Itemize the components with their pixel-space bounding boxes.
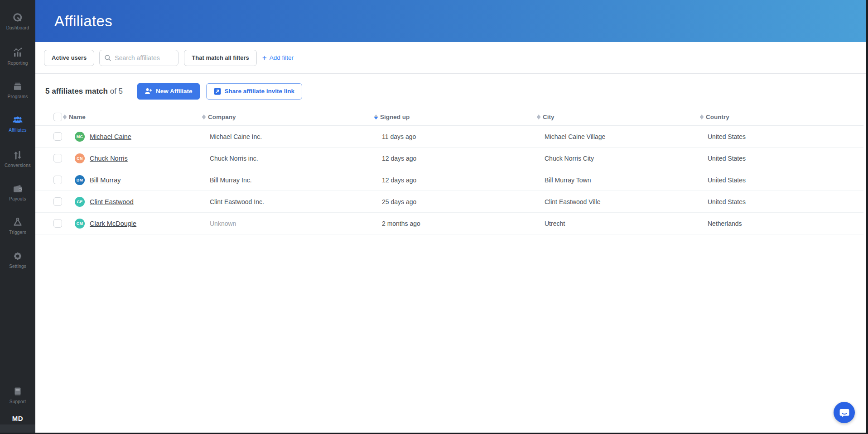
sidebar-item-label: Payouts bbox=[0, 196, 35, 201]
logo-icon bbox=[12, 12, 24, 24]
column-header-name[interactable]: Name bbox=[63, 114, 210, 120]
column-header-signed-up[interactable]: Signed up bbox=[374, 114, 545, 120]
sidebar-item-reporting[interactable]: Reporting bbox=[0, 47, 35, 66]
avatar: CM bbox=[75, 219, 85, 229]
city-cell: Utrecht bbox=[545, 220, 708, 227]
row-checkbox[interactable] bbox=[53, 132, 62, 141]
trigger-cycle-icon bbox=[12, 216, 24, 228]
sidebar-item-affiliates[interactable]: Affiliates bbox=[0, 114, 35, 133]
avatar: CE bbox=[75, 197, 85, 207]
signed-up-cell: 2 months ago bbox=[382, 220, 545, 227]
sidebar-item-programs[interactable]: Programs bbox=[0, 81, 35, 99]
sidebar-item-payouts[interactable]: Payouts bbox=[0, 183, 35, 201]
add-filter-button[interactable]: + Add filter bbox=[262, 54, 294, 62]
city-cell: Bill Murray Town bbox=[545, 176, 708, 184]
main-content: Affiliates Active users That match all f… bbox=[35, 0, 868, 434]
sidebar-item-label: Programs bbox=[0, 94, 35, 99]
avatar: CN bbox=[75, 153, 85, 163]
country-cell: United States bbox=[708, 155, 863, 162]
sidebar-item-settings[interactable]: Settings bbox=[0, 250, 35, 269]
sidebar-item-triggers[interactable]: Triggers bbox=[0, 216, 35, 235]
company-cell: Unknown bbox=[210, 220, 382, 227]
chat-bubble-button[interactable] bbox=[834, 402, 855, 423]
affiliate-name-link[interactable]: Clark McDougle bbox=[90, 220, 136, 227]
user-initials-menu[interactable]: MD bbox=[0, 415, 35, 422]
table-row: BM Bill Murray Bill Murray Inc. 12 days … bbox=[35, 169, 863, 191]
affiliate-name-link[interactable]: Bill Murray bbox=[90, 176, 121, 184]
page-title: Affiliates bbox=[35, 13, 112, 30]
share-invite-link-button[interactable]: Share affiliate invite link bbox=[206, 83, 303, 100]
country-cell: United States bbox=[708, 176, 863, 184]
table-row: CE Clint Eastwood Clint Eastwood Inc. 25… bbox=[35, 191, 863, 213]
affiliates-table: Name Company Signed up City Country bbox=[35, 109, 863, 234]
column-header-country[interactable]: Country bbox=[700, 114, 863, 120]
country-cell: United States bbox=[708, 133, 863, 140]
sidebar-item-label: Conversions bbox=[0, 163, 35, 168]
arrows-up-down-icon bbox=[12, 149, 24, 161]
wallet-icon bbox=[12, 183, 24, 195]
signed-up-cell: 12 days ago bbox=[382, 155, 545, 162]
company-cell: Chuck Norris inc. bbox=[210, 155, 382, 162]
city-cell: Michael Caine Village bbox=[545, 133, 708, 140]
match-all-filters-button[interactable]: That match all filters bbox=[184, 50, 256, 66]
country-cell: Netherlands bbox=[708, 220, 863, 227]
sidebar-item-label: Affiliates bbox=[0, 128, 35, 133]
sidebar-item-label: Support bbox=[0, 399, 35, 404]
search-box[interactable] bbox=[99, 50, 178, 66]
gear-icon bbox=[12, 250, 24, 262]
row-checkbox[interactable] bbox=[53, 197, 62, 206]
sidebar-item-dashboard[interactable]: Dashboard bbox=[0, 12, 35, 30]
row-checkbox[interactable] bbox=[53, 219, 62, 228]
sort-icon bbox=[202, 114, 206, 119]
avatar: MC bbox=[75, 132, 85, 142]
sidebar-footer-strip bbox=[0, 424, 35, 433]
affiliate-name-link[interactable]: Michael Caine bbox=[90, 133, 131, 140]
affiliate-name-link[interactable]: Clint Eastwood bbox=[90, 198, 134, 205]
sidebar-item-label: Dashboard bbox=[0, 25, 35, 30]
sidebar-item-label: Triggers bbox=[0, 230, 35, 235]
summary-row: 5 affiliates match of 5 New Affiliate Sh… bbox=[35, 74, 868, 109]
bar-chart-icon bbox=[12, 47, 24, 59]
sidebar-item-conversions[interactable]: Conversions bbox=[0, 149, 35, 168]
table-header-row: Name Company Signed up City Country bbox=[35, 109, 863, 126]
country-cell: United States bbox=[708, 198, 863, 205]
search-icon bbox=[104, 54, 111, 62]
sidebar-item-label: Settings bbox=[0, 264, 35, 269]
chat-bubble-icon bbox=[839, 407, 850, 418]
row-checkbox[interactable] bbox=[53, 176, 62, 184]
page-header: Affiliates bbox=[35, 0, 868, 42]
select-all-checkbox[interactable] bbox=[53, 113, 62, 121]
sidebar: Dashboard Reporting Programs Affiliates bbox=[0, 0, 35, 434]
company-cell: Bill Murray Inc. bbox=[210, 176, 382, 184]
table-row: CM Clark McDougle Unknown 2 months ago U… bbox=[35, 213, 863, 234]
city-cell: Chuck Norris City bbox=[545, 155, 708, 162]
affiliate-name-link[interactable]: Chuck Norris bbox=[90, 155, 128, 162]
search-input[interactable] bbox=[115, 54, 174, 62]
sidebar-item-label: Reporting bbox=[0, 61, 35, 66]
company-cell: Clint Eastwood Inc. bbox=[210, 198, 382, 205]
sidebar-item-support[interactable]: Support bbox=[0, 386, 35, 404]
programs-box-icon bbox=[12, 81, 24, 92]
filter-bar: Active users That match all filters + Ad… bbox=[35, 42, 868, 74]
sort-icon bbox=[700, 114, 704, 119]
column-header-company[interactable]: Company bbox=[202, 114, 382, 120]
app-window: Dashboard Reporting Programs Affiliates bbox=[0, 0, 868, 434]
chat-launcher-card bbox=[833, 398, 866, 433]
user-plus-icon bbox=[145, 88, 152, 95]
share-link-icon bbox=[214, 88, 221, 95]
active-users-filter-button[interactable]: Active users bbox=[44, 50, 94, 66]
new-affiliate-button[interactable]: New Affiliate bbox=[137, 83, 200, 100]
signed-up-cell: 11 days ago bbox=[382, 133, 545, 140]
signed-up-cell: 25 days ago bbox=[382, 198, 545, 205]
table-row: MC Michael Caine Michael Caine Inc. 11 d… bbox=[35, 126, 863, 148]
column-header-city[interactable]: City bbox=[537, 114, 708, 120]
row-checkbox[interactable] bbox=[53, 154, 62, 162]
table-row: CN Chuck Norris Chuck Norris inc. 12 day… bbox=[35, 148, 863, 169]
plus-icon: + bbox=[262, 54, 267, 62]
city-cell: Clint Eastwood Ville bbox=[545, 198, 708, 205]
company-cell: Michael Caine Inc. bbox=[210, 133, 382, 140]
sort-icon-active-desc bbox=[374, 114, 378, 119]
signed-up-cell: 12 days ago bbox=[382, 176, 545, 184]
window-right-edge bbox=[866, 0, 868, 434]
sort-icon bbox=[537, 114, 540, 119]
